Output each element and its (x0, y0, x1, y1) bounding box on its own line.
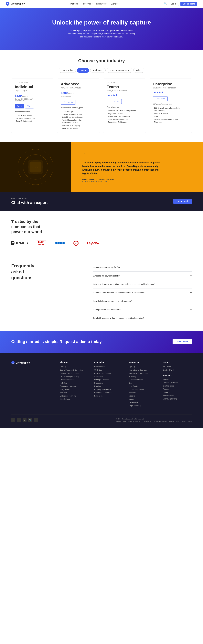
faq-item[interactable]: Can I trial the Enterprise plan instead … (93, 288, 192, 297)
footer-link[interactable]: Hire a Drone Operator (129, 369, 157, 371)
login-button[interactable]: Log in (169, 2, 179, 6)
footer-link[interactable]: All Events (163, 366, 192, 368)
footer-link[interactable]: DestroyDay5 (163, 369, 192, 371)
footer-link[interactable]: Education (94, 395, 123, 397)
footer-link[interactable]: Implement DroneDeploy (129, 372, 157, 374)
footer-terms[interactable]: Terms of Service (128, 420, 140, 422)
footer-link[interactable]: Roofing (94, 385, 123, 387)
footer-link[interactable]: Agriculture (94, 376, 123, 378)
book-demo-cta-button[interactable]: Book a demo (172, 339, 192, 344)
nav-events[interactable]: Events ▾ (111, 3, 118, 5)
search-icon[interactable]: 🔍 (164, 2, 167, 5)
footer-link[interactable]: Integrations (60, 388, 89, 390)
footer-logo[interactable]: DroneDeploy (11, 361, 54, 364)
faq-item[interactable]: How do I change or cancel my subscriptio… (93, 297, 192, 305)
footer-link[interactable]: DroneDeploy.org (163, 398, 192, 400)
feature-item: Radiometric Thermal Analysis (107, 115, 142, 118)
instagram-icon[interactable]: 📷 (28, 418, 32, 422)
get-in-touch-button[interactable]: Get in touch (173, 199, 192, 204)
footer-link[interactable]: Sustainability (163, 394, 192, 397)
trusted-section: Trusted by the companies that power our … (0, 210, 203, 254)
footer-link[interactable]: Academy (129, 376, 157, 378)
tab-property-management[interactable]: Property Management (107, 68, 132, 73)
nav-resources[interactable]: Resources ▾ (96, 3, 107, 5)
features-list: 1 admin user access 3k image upload per … (15, 114, 50, 122)
footer-link[interactable]: Events (163, 378, 192, 380)
footer-cookie-policy[interactable]: Cookie Policy (169, 420, 179, 422)
footer-about-title: About us (163, 374, 192, 377)
footer-link[interactable]: Security (60, 392, 89, 394)
contact-button-enterprise[interactable]: Contact Us (153, 96, 168, 101)
feature-item: Team & User Management (107, 118, 142, 121)
footer-link[interactable]: Renewables Energy (94, 372, 123, 374)
tab-energy[interactable]: Energy (77, 68, 89, 73)
footer-link[interactable]: Supported Hardware (60, 385, 89, 387)
nav-platform[interactable]: Platform ▾ (70, 3, 79, 5)
footer-link[interactable]: Sign Up (129, 366, 157, 368)
tab-other[interactable]: Other (133, 68, 144, 73)
pricing-billing: Billed annually (61, 95, 96, 97)
footer-link[interactable]: Drone Mapping & Surveying (60, 369, 89, 371)
footer-link[interactable]: Community Forum (129, 388, 157, 390)
youtube-icon[interactable]: ▶ (23, 418, 27, 422)
tab-agriculture[interactable]: Agriculture (90, 68, 106, 73)
footer-link[interactable]: Help Center (129, 385, 157, 387)
footer-link[interactable]: Drone Photogrammetry (60, 376, 89, 378)
footer-link[interactable]: Videos (129, 398, 157, 400)
logo[interactable]: DroneDeploy (6, 2, 25, 6)
faq-item[interactable]: Is there a discount for certified non-pr… (93, 280, 192, 288)
footer-link[interactable]: Customer Stories (129, 378, 157, 381)
lets-talk-teams[interactable]: Let's talk (107, 94, 142, 97)
book-demo-nav-button[interactable]: Book a demo (180, 2, 197, 6)
footer-link[interactable]: Drone Operations (60, 378, 89, 381)
footer-link[interactable]: Oil & Gas (94, 369, 123, 371)
footer-link[interactable]: Pricing (60, 366, 89, 368)
footer-link[interactable]: Partners (163, 388, 192, 390)
faq-item[interactable]: Can I use DroneDeploy for free? + (93, 263, 192, 272)
footer-link[interactable]: Company mission (163, 382, 192, 384)
feature-item: Unlimited GCP Mapping (61, 124, 96, 127)
contact-button-teams[interactable]: Contact Us (107, 99, 122, 104)
footer-link[interactable]: Mining & Quarries (94, 378, 123, 381)
lets-talk-enterprise[interactable]: Let's talk (153, 91, 188, 94)
footer-link[interactable]: Blog (129, 382, 157, 384)
footer-link[interactable]: Developers (129, 401, 157, 404)
nav-industries[interactable]: Industries ▾ (83, 3, 93, 5)
twitter-icon[interactable]: t (17, 418, 21, 422)
facebook-icon[interactable]: f (34, 418, 38, 422)
footer-do-not-sell[interactable]: Do Not Sell My Personal Information (142, 420, 167, 422)
features-label: Individual features (15, 111, 50, 113)
footer-link[interactable]: Property Management (94, 388, 123, 390)
footer-link[interactable]: Professional Services (94, 392, 123, 394)
footer-link-construction[interactable]: Construction (94, 366, 123, 368)
footer-link[interactable]: Enterprise Platform (60, 395, 89, 397)
try-button[interactable]: Try it (25, 104, 34, 108)
footer-link[interactable]: Map Gallery (60, 398, 89, 400)
footer-link[interactable]: Contact sales (163, 385, 192, 387)
tab-construction[interactable]: Construction (59, 68, 76, 73)
buy-button[interactable]: Buy it (15, 104, 24, 108)
footer-link[interactable]: Careers (163, 391, 192, 394)
footer-legal-privacy[interactable]: Legal & Privacy (181, 420, 192, 422)
feature-item: Radiometric Thermal (61, 122, 96, 124)
footer-columns: DroneDeploy Platform Pricing Drone Mappi… (11, 361, 192, 408)
feature-item: 100 view-only subscribers included (153, 107, 188, 110)
footer-link[interactable]: Inspection (94, 382, 123, 384)
chat-banner-title: Chat with an expert (11, 200, 48, 205)
testimonial-company: AERIAL & VISUAL ANALYTICS (82, 180, 192, 182)
faq-item[interactable]: Can I purchase just one month? + (93, 305, 192, 314)
footer-link[interactable]: Webinars (129, 392, 157, 394)
footer-link[interactable]: Legal & Privacy (129, 404, 157, 407)
faq-list: Can I use DroneDeploy for free? + What a… (93, 263, 192, 322)
footer-link-robotics[interactable]: Robotics (60, 382, 89, 384)
footer-link[interactable]: eBooks (129, 395, 157, 397)
contact-button-advanced[interactable]: Contact Us (61, 100, 76, 104)
faq-expand-icon: + (190, 316, 192, 320)
footer-link[interactable]: Photo & Site Documentation (60, 372, 89, 374)
faq-item[interactable]: Can I still access my data if I cancel m… (93, 314, 192, 322)
linkedin-icon[interactable]: in (11, 418, 15, 422)
pricing-amount: $599 (61, 91, 68, 95)
navigation: DroneDeploy Platform ▾ Industries ▾ Reso… (0, 0, 203, 8)
footer-privacy-policy[interactable]: Privacy Policy (116, 420, 126, 422)
faq-item[interactable]: What are the payment options? + (93, 272, 192, 280)
